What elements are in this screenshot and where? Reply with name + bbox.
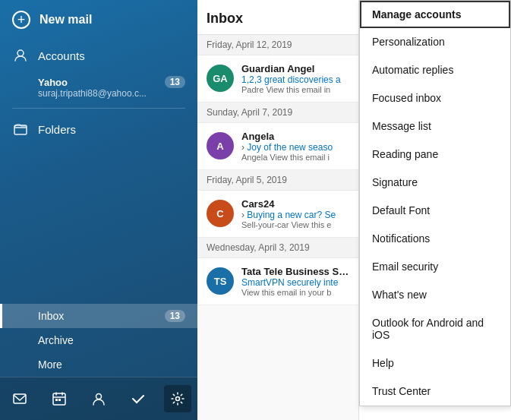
email2-preview: Angela View this email i <box>241 153 349 162</box>
accounts-icon <box>12 47 29 64</box>
email1-avatar: GA <box>207 65 234 92</box>
dropdown-manage-accounts[interactable]: Manage accounts <box>360 1 510 28</box>
email1-preview: Padre View this email in <box>241 85 349 94</box>
email2-content: Angela › Joy of the new seaso Angela Vie… <box>241 131 349 162</box>
folder-archive[interactable]: Archive <box>0 328 197 352</box>
svg-rect-1 <box>14 125 27 134</box>
email1-sender: Guardian Angel <box>241 63 349 74</box>
email1-subject: 1,2,3 great discoveries a <box>241 74 349 85</box>
svg-point-7 <box>176 397 180 401</box>
bottom-nav <box>0 377 197 420</box>
folder-inbox[interactable]: Inbox 13 <box>0 304 197 328</box>
yahoo-badge: 13 <box>165 76 185 88</box>
dropdown-outlook-android-ios[interactable]: Outlook for Android and iOS <box>360 309 510 349</box>
email-item-1[interactable]: GA Guardian Angel 1,2,3 great discoverie… <box>197 55 358 103</box>
email-item-2[interactable]: A Angela › Joy of the new seaso Angela V… <box>197 123 358 170</box>
date-separator-4: Wednesday, April 3, 2019 <box>197 238 358 258</box>
email-item-3[interactable]: C Cars24 › Buying a new car? Se Sell-you… <box>197 191 358 238</box>
email4-sender: Tata Tele Business Servi <box>241 266 349 277</box>
folders-section: Folders <box>0 113 197 304</box>
inbox-panel: Inbox Friday, April 12, 2019 GA Guardian… <box>197 0 359 420</box>
new-mail-label: New mail <box>39 13 92 27</box>
folder-archive-label: Archive <box>38 334 74 346</box>
accounts-section: Accounts <box>0 39 197 71</box>
email2-subject: › Joy of the new seaso <box>241 142 349 153</box>
nav-settings[interactable] <box>164 385 191 412</box>
dropdown-focused-inbox[interactable]: Focused inbox <box>360 84 510 112</box>
accounts-label: Accounts <box>38 49 85 62</box>
dropdown-help[interactable]: Help <box>360 349 510 377</box>
dropdown-message-list[interactable]: Message list <box>360 112 510 141</box>
svg-point-6 <box>96 394 102 399</box>
dropdown-trust-center[interactable]: Trust Center <box>360 377 510 406</box>
inbox-title: Inbox <box>197 0 358 35</box>
nav-tasks[interactable] <box>125 385 152 412</box>
folder-more-label: More <box>38 358 62 371</box>
email3-preview: Sell-your-car View this e <box>241 220 349 229</box>
dropdown-signature[interactable]: Signature <box>360 169 510 197</box>
folders-header[interactable]: Folders <box>12 121 185 137</box>
folder-more[interactable]: More <box>0 352 197 377</box>
email3-content: Cars24 › Buying a new car? Se Sell-your-… <box>241 198 349 229</box>
dropdown-automatic-replies[interactable]: Automatic replies <box>360 56 510 84</box>
yahoo-name: Yahoo <box>38 77 68 88</box>
dropdown-notifications[interactable]: Notifications <box>360 225 510 253</box>
email4-subject: SmartVPN securely inte <box>241 277 349 288</box>
email4-avatar: TS <box>207 267 234 295</box>
date-separator-1: Friday, April 12, 2019 <box>197 35 358 55</box>
nav-people[interactable] <box>85 385 112 412</box>
folders-label: Folders <box>38 123 76 136</box>
svg-rect-2 <box>14 394 26 403</box>
new-mail-button[interactable]: + New mail <box>0 0 197 39</box>
yahoo-account[interactable]: Yahoo 13 suraj.tripathi88@yahoo.c... <box>0 71 197 103</box>
folder-inbox-badge: 13 <box>165 310 185 322</box>
new-mail-plus-icon: + <box>12 11 30 29</box>
settings-dropdown: Manage accounts Personalization Automati… <box>359 0 511 406</box>
folders-icon <box>12 121 29 137</box>
email-item-4[interactable]: TS Tata Tele Business Servi SmartVPN sec… <box>197 258 358 305</box>
nav-mail[interactable] <box>6 385 33 412</box>
date-separator-3: Friday, April 5, 2019 <box>197 170 358 191</box>
email3-subject: › Buying a new car? Se <box>241 210 349 220</box>
email3-sender: Cars24 <box>241 198 349 210</box>
svg-point-0 <box>17 50 24 56</box>
sidebar: + New mail Accounts Yahoo 13 suraj.tripa… <box>0 0 197 420</box>
email4-preview: View this email in your b <box>241 288 349 297</box>
nav-calendar[interactable] <box>46 385 73 412</box>
svg-rect-5 <box>58 399 61 401</box>
folder-inbox-label: Inbox <box>38 310 64 322</box>
dropdown-reading-pane[interactable]: Reading pane <box>360 141 510 169</box>
email4-content: Tata Tele Business Servi SmartVPN secure… <box>241 266 349 297</box>
dropdown-personalization[interactable]: Personalization <box>360 28 510 56</box>
divider <box>12 108 185 109</box>
email1-content: Guardian Angel 1,2,3 great discoveries a… <box>241 63 349 94</box>
dropdown-whats-new[interactable]: What's new <box>360 281 510 309</box>
email3-avatar: C <box>207 200 234 227</box>
yahoo-email: suraj.tripathi88@yahoo.c... <box>38 88 175 99</box>
accounts-header[interactable]: Accounts <box>12 47 185 64</box>
dropdown-email-security[interactable]: Email security <box>360 253 510 281</box>
date-separator-2: Sunday, April 7, 2019 <box>197 103 358 123</box>
dropdown-default-font[interactable]: Default Font <box>360 197 510 225</box>
svg-rect-4 <box>55 399 58 401</box>
email2-sender: Angela <box>241 131 349 142</box>
email2-avatar: A <box>207 132 234 159</box>
